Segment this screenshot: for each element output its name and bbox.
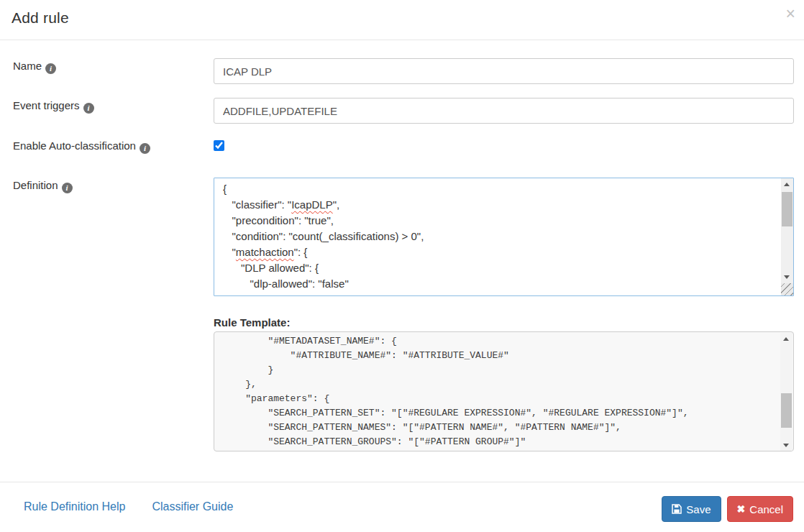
definition-code: { "classifier": "IcapDLP", "precondition… [214,178,793,292]
save-button-label: Save [686,503,711,515]
save-button[interactable]: Save [662,496,721,522]
add-rule-modal: Add rule × Namei Event triggersi Enable … [0,0,804,532]
definition-label: Definitioni [13,179,73,193]
info-icon[interactable]: i [140,143,150,154]
info-icon[interactable]: i [62,183,73,193]
modal-header: Add rule × [0,0,804,40]
info-icon[interactable]: i [45,63,56,74]
classifier-guide-link[interactable]: Classifier Guide [152,500,233,513]
close-icon[interactable]: × [786,6,795,22]
auto-classification-checkbox[interactable] [214,140,224,151]
info-icon[interactable]: i [83,103,94,114]
scrollbar-thumb[interactable] [782,192,792,226]
footer-buttons: Save ✖ Cancel [662,496,793,522]
scroll-up-icon[interactable] [781,178,793,191]
floppy-disk-icon [672,504,682,514]
rule-template-code: "#METADATASET_NAME#": { "#ATTRIBUTE_NAME… [214,332,793,451]
x-icon: ✖ [737,504,746,514]
page-title: Add rule [12,9,69,27]
event-triggers-input[interactable] [214,98,794,124]
definition-scrollbar[interactable] [781,178,793,283]
cancel-button[interactable]: ✖ Cancel [727,496,793,522]
footer-links: Rule Definition Help Classifier Guide [24,500,233,513]
rule-template-box[interactable]: "#METADATASET_NAME#": { "#ATTRIBUTE_NAME… [214,331,794,451]
rule-template-label: Rule Template: [214,316,290,329]
event-triggers-label: Event triggersi [13,99,94,114]
resize-grip-icon[interactable] [781,283,793,295]
definition-editor[interactable]: { "classifier": "IcapDLP", "precondition… [214,178,794,296]
scroll-down-icon[interactable] [781,271,793,283]
name-input[interactable] [214,58,794,84]
name-label: Namei [13,60,56,74]
scroll-up-icon[interactable] [780,333,792,345]
modal-footer: Rule Definition Help Classifier Guide Sa… [0,482,804,532]
rule-template-scrollbar[interactable] [780,333,792,451]
scrollbar-thumb[interactable] [781,393,792,428]
rule-definition-help-link[interactable]: Rule Definition Help [24,500,125,513]
auto-classification-label: Enable Auto-classificationi [13,139,150,154]
scroll-down-icon[interactable] [780,439,792,451]
cancel-button-label: Cancel [749,503,783,515]
